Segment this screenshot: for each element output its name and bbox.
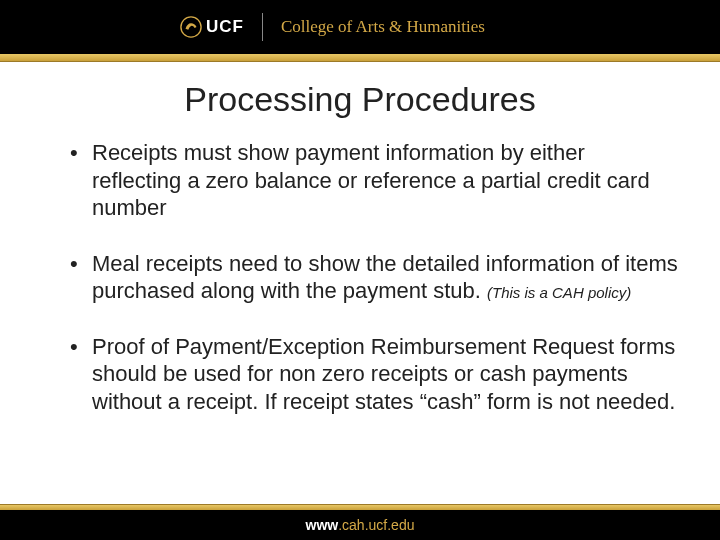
footer-www: www bbox=[306, 517, 339, 533]
slide-title: Processing Procedures bbox=[40, 80, 680, 119]
ucf-logo: UCF bbox=[180, 16, 244, 38]
bullet-list: Receipts must show payment information b… bbox=[40, 139, 680, 415]
header-divider bbox=[262, 13, 263, 41]
college-name: College of Arts & Humanities bbox=[281, 17, 485, 37]
slide-footer: www.cah.ucf.edu bbox=[0, 510, 720, 540]
footer-url: www.cah.ucf.edu bbox=[306, 517, 415, 533]
org-short: UCF bbox=[206, 17, 244, 37]
footer-domain: .cah.ucf.edu bbox=[338, 517, 414, 533]
list-item: Proof of Payment/Exception Reimbursement… bbox=[70, 333, 680, 416]
svg-point-0 bbox=[181, 17, 201, 37]
header-accent-bar bbox=[0, 54, 720, 62]
slide-content: Processing Procedures Receipts must show… bbox=[0, 62, 720, 415]
list-item: Meal receipts need to show the detailed … bbox=[70, 250, 680, 305]
bullet-note: (This is a CAH policy) bbox=[487, 284, 631, 301]
slide-header: UCF College of Arts & Humanities bbox=[0, 0, 720, 54]
bullet-text: Receipts must show payment information b… bbox=[92, 140, 650, 220]
pegasus-icon bbox=[180, 16, 202, 38]
bullet-text: Proof of Payment/Exception Reimbursement… bbox=[92, 334, 675, 414]
list-item: Receipts must show payment information b… bbox=[70, 139, 680, 222]
